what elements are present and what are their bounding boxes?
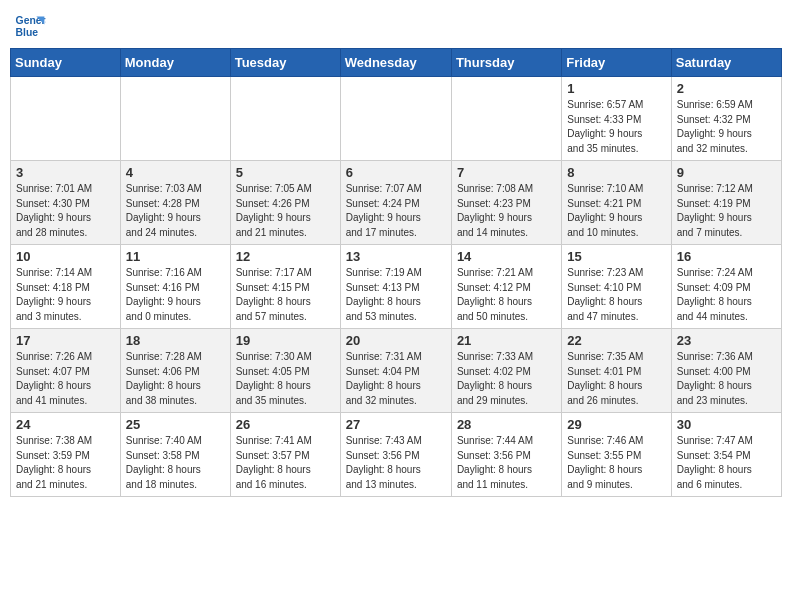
day-number: 14 [457, 249, 556, 264]
day-number: 29 [567, 417, 665, 432]
calendar-cell: 12Sunrise: 7:17 AM Sunset: 4:15 PM Dayli… [230, 245, 340, 329]
day-number: 6 [346, 165, 446, 180]
calendar-week-row: 3Sunrise: 7:01 AM Sunset: 4:30 PM Daylig… [11, 161, 782, 245]
calendar-header-row: SundayMondayTuesdayWednesdayThursdayFrid… [11, 49, 782, 77]
day-number: 22 [567, 333, 665, 348]
calendar-table: SundayMondayTuesdayWednesdayThursdayFrid… [10, 48, 782, 497]
calendar-cell: 5Sunrise: 7:05 AM Sunset: 4:26 PM Daylig… [230, 161, 340, 245]
calendar-cell: 11Sunrise: 7:16 AM Sunset: 4:16 PM Dayli… [120, 245, 230, 329]
day-number: 15 [567, 249, 665, 264]
day-of-week-thursday: Thursday [451, 49, 561, 77]
calendar-cell: 14Sunrise: 7:21 AM Sunset: 4:12 PM Dayli… [451, 245, 561, 329]
calendar-cell: 3Sunrise: 7:01 AM Sunset: 4:30 PM Daylig… [11, 161, 121, 245]
day-number: 21 [457, 333, 556, 348]
day-info: Sunrise: 7:44 AM Sunset: 3:56 PM Dayligh… [457, 434, 556, 492]
calendar-cell: 9Sunrise: 7:12 AM Sunset: 4:19 PM Daylig… [671, 161, 781, 245]
calendar-week-row: 17Sunrise: 7:26 AM Sunset: 4:07 PM Dayli… [11, 329, 782, 413]
calendar-week-row: 24Sunrise: 7:38 AM Sunset: 3:59 PM Dayli… [11, 413, 782, 497]
day-of-week-saturday: Saturday [671, 49, 781, 77]
calendar-cell: 27Sunrise: 7:43 AM Sunset: 3:56 PM Dayli… [340, 413, 451, 497]
day-info: Sunrise: 7:19 AM Sunset: 4:13 PM Dayligh… [346, 266, 446, 324]
day-info: Sunrise: 7:17 AM Sunset: 4:15 PM Dayligh… [236, 266, 335, 324]
calendar-cell: 13Sunrise: 7:19 AM Sunset: 4:13 PM Dayli… [340, 245, 451, 329]
day-number: 17 [16, 333, 115, 348]
calendar-cell: 20Sunrise: 7:31 AM Sunset: 4:04 PM Dayli… [340, 329, 451, 413]
day-info: Sunrise: 7:21 AM Sunset: 4:12 PM Dayligh… [457, 266, 556, 324]
day-info: Sunrise: 7:12 AM Sunset: 4:19 PM Dayligh… [677, 182, 776, 240]
day-info: Sunrise: 7:47 AM Sunset: 3:54 PM Dayligh… [677, 434, 776, 492]
day-of-week-sunday: Sunday [11, 49, 121, 77]
calendar-cell: 8Sunrise: 7:10 AM Sunset: 4:21 PM Daylig… [562, 161, 671, 245]
day-number: 27 [346, 417, 446, 432]
calendar-week-row: 10Sunrise: 7:14 AM Sunset: 4:18 PM Dayli… [11, 245, 782, 329]
day-info: Sunrise: 7:35 AM Sunset: 4:01 PM Dayligh… [567, 350, 665, 408]
calendar-cell: 19Sunrise: 7:30 AM Sunset: 4:05 PM Dayli… [230, 329, 340, 413]
calendar-cell: 30Sunrise: 7:47 AM Sunset: 3:54 PM Dayli… [671, 413, 781, 497]
calendar-cell: 6Sunrise: 7:07 AM Sunset: 4:24 PM Daylig… [340, 161, 451, 245]
day-info: Sunrise: 7:05 AM Sunset: 4:26 PM Dayligh… [236, 182, 335, 240]
calendar-cell: 2Sunrise: 6:59 AM Sunset: 4:32 PM Daylig… [671, 77, 781, 161]
day-number: 10 [16, 249, 115, 264]
day-number: 4 [126, 165, 225, 180]
day-of-week-wednesday: Wednesday [340, 49, 451, 77]
svg-text:Blue: Blue [16, 27, 39, 38]
day-info: Sunrise: 7:43 AM Sunset: 3:56 PM Dayligh… [346, 434, 446, 492]
day-number: 23 [677, 333, 776, 348]
page-header: General Blue [10, 10, 782, 42]
logo: General Blue [14, 10, 50, 42]
day-number: 19 [236, 333, 335, 348]
day-info: Sunrise: 7:10 AM Sunset: 4:21 PM Dayligh… [567, 182, 665, 240]
day-info: Sunrise: 7:07 AM Sunset: 4:24 PM Dayligh… [346, 182, 446, 240]
calendar-cell: 25Sunrise: 7:40 AM Sunset: 3:58 PM Dayli… [120, 413, 230, 497]
day-info: Sunrise: 7:26 AM Sunset: 4:07 PM Dayligh… [16, 350, 115, 408]
day-info: Sunrise: 7:41 AM Sunset: 3:57 PM Dayligh… [236, 434, 335, 492]
calendar-week-row: 1Sunrise: 6:57 AM Sunset: 4:33 PM Daylig… [11, 77, 782, 161]
logo-icon: General Blue [14, 10, 46, 42]
calendar-cell: 10Sunrise: 7:14 AM Sunset: 4:18 PM Dayli… [11, 245, 121, 329]
day-number: 24 [16, 417, 115, 432]
day-info: Sunrise: 7:33 AM Sunset: 4:02 PM Dayligh… [457, 350, 556, 408]
day-number: 11 [126, 249, 225, 264]
day-info: Sunrise: 6:57 AM Sunset: 4:33 PM Dayligh… [567, 98, 665, 156]
day-info: Sunrise: 7:31 AM Sunset: 4:04 PM Dayligh… [346, 350, 446, 408]
day-of-week-friday: Friday [562, 49, 671, 77]
calendar-cell [451, 77, 561, 161]
day-number: 7 [457, 165, 556, 180]
day-number: 1 [567, 81, 665, 96]
day-info: Sunrise: 7:46 AM Sunset: 3:55 PM Dayligh… [567, 434, 665, 492]
day-number: 16 [677, 249, 776, 264]
day-info: Sunrise: 7:14 AM Sunset: 4:18 PM Dayligh… [16, 266, 115, 324]
calendar-cell [11, 77, 121, 161]
calendar-cell: 15Sunrise: 7:23 AM Sunset: 4:10 PM Dayli… [562, 245, 671, 329]
day-info: Sunrise: 7:08 AM Sunset: 4:23 PM Dayligh… [457, 182, 556, 240]
day-number: 30 [677, 417, 776, 432]
day-number: 9 [677, 165, 776, 180]
calendar-cell: 24Sunrise: 7:38 AM Sunset: 3:59 PM Dayli… [11, 413, 121, 497]
day-info: Sunrise: 7:36 AM Sunset: 4:00 PM Dayligh… [677, 350, 776, 408]
day-info: Sunrise: 7:38 AM Sunset: 3:59 PM Dayligh… [16, 434, 115, 492]
day-number: 12 [236, 249, 335, 264]
calendar-cell [340, 77, 451, 161]
calendar-cell: 29Sunrise: 7:46 AM Sunset: 3:55 PM Dayli… [562, 413, 671, 497]
day-info: Sunrise: 6:59 AM Sunset: 4:32 PM Dayligh… [677, 98, 776, 156]
day-number: 2 [677, 81, 776, 96]
calendar-cell: 16Sunrise: 7:24 AM Sunset: 4:09 PM Dayli… [671, 245, 781, 329]
calendar-cell [120, 77, 230, 161]
day-of-week-monday: Monday [120, 49, 230, 77]
day-number: 28 [457, 417, 556, 432]
calendar-cell [230, 77, 340, 161]
day-number: 26 [236, 417, 335, 432]
calendar-cell: 1Sunrise: 6:57 AM Sunset: 4:33 PM Daylig… [562, 77, 671, 161]
calendar-cell: 18Sunrise: 7:28 AM Sunset: 4:06 PM Dayli… [120, 329, 230, 413]
day-info: Sunrise: 7:01 AM Sunset: 4:30 PM Dayligh… [16, 182, 115, 240]
day-info: Sunrise: 7:30 AM Sunset: 4:05 PM Dayligh… [236, 350, 335, 408]
day-info: Sunrise: 7:40 AM Sunset: 3:58 PM Dayligh… [126, 434, 225, 492]
calendar-cell: 4Sunrise: 7:03 AM Sunset: 4:28 PM Daylig… [120, 161, 230, 245]
calendar-cell: 26Sunrise: 7:41 AM Sunset: 3:57 PM Dayli… [230, 413, 340, 497]
day-info: Sunrise: 7:24 AM Sunset: 4:09 PM Dayligh… [677, 266, 776, 324]
calendar-cell: 22Sunrise: 7:35 AM Sunset: 4:01 PM Dayli… [562, 329, 671, 413]
calendar-cell: 21Sunrise: 7:33 AM Sunset: 4:02 PM Dayli… [451, 329, 561, 413]
day-of-week-tuesday: Tuesday [230, 49, 340, 77]
day-info: Sunrise: 7:03 AM Sunset: 4:28 PM Dayligh… [126, 182, 225, 240]
calendar-cell: 28Sunrise: 7:44 AM Sunset: 3:56 PM Dayli… [451, 413, 561, 497]
